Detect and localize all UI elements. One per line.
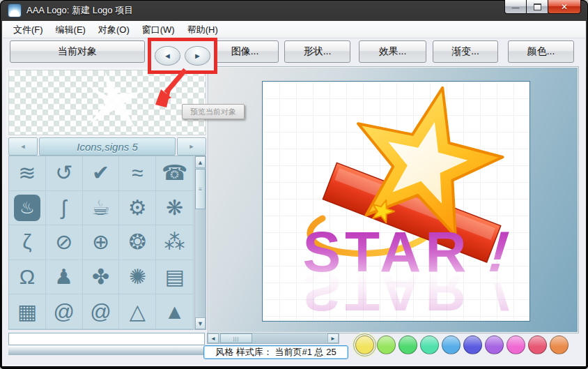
maximize-button[interactable] bbox=[527, 0, 548, 14]
swirl-emblem-icon[interactable]: ❋ bbox=[156, 191, 193, 226]
telephone-icon[interactable]: ☎ bbox=[156, 156, 193, 191]
hscroll-thumb[interactable]: ||| bbox=[220, 333, 252, 343]
preview-tooltip: 预览当前对象 bbox=[182, 104, 245, 119]
arrow-right-icon: ► bbox=[330, 336, 336, 342]
library-scrollbar[interactable]: ▲ ≡ ▼ bbox=[194, 156, 206, 330]
canvas-area: STAR ! STAR ! bbox=[208, 66, 579, 333]
menubar: 文件(F)编辑(E)对象(O)窗口(W)帮助(H) bbox=[3, 22, 585, 38]
no-smoking-icon[interactable]: ⊘ bbox=[46, 225, 83, 260]
image-button[interactable]: 图像... bbox=[211, 40, 279, 63]
coffee-cup-icon[interactable]: ☕ bbox=[83, 191, 120, 226]
scroll-down-button[interactable]: ▼ bbox=[195, 317, 206, 329]
scroll-thumb[interactable]: ≡ bbox=[195, 169, 206, 209]
app-window: AAA Logo: 新建 Logo 项目 — ✕ 文件(F)编辑(E)对象(O)… bbox=[0, 0, 588, 369]
color-swatch[interactable] bbox=[355, 336, 374, 354]
minimize-icon: — bbox=[512, 3, 520, 11]
color-swatch[interactable] bbox=[399, 336, 417, 354]
brick-wall-icon[interactable]: ▤ bbox=[156, 260, 193, 295]
library-next-button[interactable]: ► bbox=[177, 137, 206, 156]
calculator-icon[interactable]: ▦ bbox=[9, 294, 46, 329]
app-icon bbox=[8, 4, 21, 17]
scroll-right-button[interactable]: ► bbox=[327, 333, 339, 343]
arrow-left-icon: ◄ bbox=[210, 336, 216, 342]
svg-text:!: ! bbox=[481, 259, 518, 321]
waves-icon[interactable]: ≋ bbox=[9, 156, 46, 191]
icon-library-grid: ≋ ↺ ✔ ≈ ☎ ♨ ʃ ☕ ⚙ ❋ ζ ⊘ bbox=[8, 156, 194, 330]
loop-icon[interactable]: ↺ bbox=[46, 156, 83, 191]
color-swatch[interactable] bbox=[550, 336, 568, 354]
arrow-right-icon: ► bbox=[194, 52, 201, 60]
spiral2-icon[interactable]: @ bbox=[83, 294, 120, 329]
arrow-right-icon: ► bbox=[189, 143, 195, 150]
globe-icon[interactable]: ⊕ bbox=[83, 225, 120, 260]
maximize-icon bbox=[534, 3, 541, 10]
wave-line-icon[interactable]: ≈ bbox=[119, 156, 156, 191]
canvas-hscrollbar[interactable]: ◄ ||| ► bbox=[207, 333, 339, 344]
annotation-highlight-box: ◄ ► bbox=[148, 38, 217, 74]
turtle-icon[interactable]: Ω bbox=[9, 260, 46, 295]
arrow-down-icon: ▼ bbox=[197, 320, 203, 327]
logo-page: STAR ! STAR ! bbox=[262, 81, 530, 322]
spiral-icon[interactable]: @ bbox=[46, 294, 83, 329]
splat-icon[interactable]: ✺ bbox=[119, 260, 156, 295]
handprint-icon[interactable]: ⁂ bbox=[156, 225, 193, 260]
arrow-up-icon: ▲ bbox=[197, 159, 203, 166]
preview-star-graphic bbox=[9, 70, 206, 135]
close-icon: ✕ bbox=[561, 2, 568, 12]
swoosh-icon[interactable]: ✔ bbox=[83, 156, 120, 191]
logo-artwork: STAR ! STAR ! bbox=[263, 82, 529, 321]
squiggle-icon[interactable]: ʃ bbox=[46, 191, 83, 226]
field-shade bbox=[8, 346, 205, 355]
gears-icon[interactable]: ⚙ bbox=[119, 191, 156, 226]
shape-button[interactable]: 形状... bbox=[284, 40, 350, 63]
clover-icon[interactable]: ✤ bbox=[83, 260, 120, 295]
color-swatch[interactable] bbox=[528, 336, 547, 354]
style-pager-button[interactable]: 风格 样式库： 当前页#1 总 25 bbox=[203, 345, 348, 359]
client-area: 文件(F)编辑(E)对象(O)窗口(W)帮助(H) 当前对象 ◄ ► 图像...… bbox=[2, 21, 586, 366]
color-swatch[interactable] bbox=[463, 336, 482, 354]
wave-curl-icon[interactable]: ζ bbox=[9, 225, 46, 260]
window-title: AAA Logo: 新建 Logo 项目 bbox=[26, 4, 133, 17]
hot-drink-badge-icon[interactable]: ♨ bbox=[9, 191, 46, 226]
color-button[interactable]: 颜色... bbox=[508, 40, 574, 63]
current-object-button[interactable]: 当前对象 bbox=[10, 40, 145, 63]
gradient-button[interactable]: 渐变... bbox=[433, 40, 498, 63]
color-swatches bbox=[354, 332, 570, 357]
color-swatch[interactable] bbox=[506, 336, 525, 354]
color-swatch[interactable] bbox=[442, 336, 461, 354]
svg-text:STAR: STAR bbox=[302, 259, 470, 321]
next-object-button[interactable]: ► bbox=[185, 46, 210, 66]
tree-outline-icon[interactable]: △ bbox=[119, 294, 156, 329]
scroll-left-button[interactable]: ◄ bbox=[208, 333, 219, 343]
menu-item[interactable]: 编辑(E) bbox=[49, 22, 92, 38]
grip-icon: ≡ bbox=[199, 188, 202, 190]
status-text-field[interactable] bbox=[8, 333, 205, 345]
arrow-left-icon: ◄ bbox=[20, 143, 26, 150]
minimize-button[interactable]: — bbox=[504, 0, 527, 14]
color-swatch[interactable] bbox=[420, 336, 439, 354]
menu-item[interactable]: 帮助(H) bbox=[181, 22, 224, 38]
globe-swoosh-icon[interactable]: ❂ bbox=[119, 225, 156, 260]
people-group-icon[interactable]: ♟ bbox=[46, 260, 83, 295]
scroll-up-button[interactable]: ▲ bbox=[195, 156, 206, 168]
prev-object-button[interactable]: ◄ bbox=[155, 46, 180, 66]
close-button[interactable]: ✕ bbox=[548, 0, 581, 14]
menu-item[interactable]: 文件(F) bbox=[7, 22, 49, 38]
color-swatch[interactable] bbox=[485, 336, 504, 354]
titlebar: AAA Logo: 新建 Logo 项目 bbox=[0, 0, 588, 21]
library-prev-button[interactable]: ◄ bbox=[8, 137, 38, 156]
logo-reflection: STAR ! bbox=[302, 259, 518, 321]
menu-item[interactable]: 窗口(W) bbox=[136, 22, 181, 38]
menu-item[interactable]: 对象(O) bbox=[92, 22, 136, 38]
effects-button[interactable]: 效果... bbox=[359, 40, 426, 63]
object-preview-panel bbox=[8, 70, 206, 135]
library-title[interactable]: Icons,signs 5 bbox=[39, 137, 176, 156]
arrow-left-icon: ◄ bbox=[164, 52, 171, 60]
grip-icon: ||| bbox=[233, 336, 239, 341]
color-swatch[interactable] bbox=[377, 336, 396, 354]
tree-filled-icon[interactable]: ▲ bbox=[156, 294, 193, 329]
